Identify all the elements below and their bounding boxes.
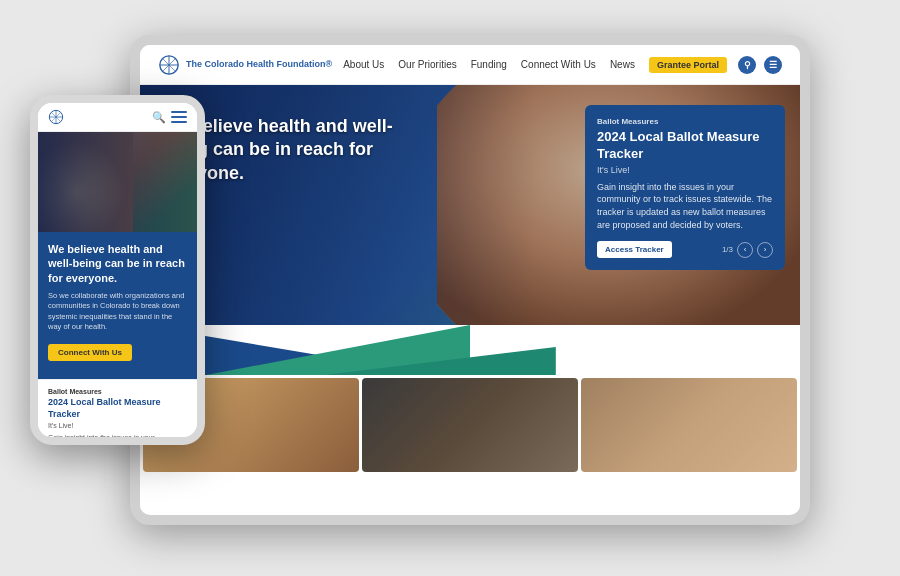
nav-connect[interactable]: Connect With Us [521, 59, 596, 70]
tablet-nav: The Colorado Health Foundation® About Us… [140, 45, 800, 85]
nav-news[interactable]: News [610, 59, 635, 70]
photo-2 [362, 378, 578, 472]
search-icon[interactable]: ⚲ [738, 56, 756, 74]
ballot-card: Ballot Measures 2024 Local Ballot Measur… [585, 105, 785, 270]
prev-arrow[interactable]: ‹ [737, 242, 753, 258]
phone-logo-icon [48, 109, 64, 125]
menu-icon[interactable]: ☰ [764, 56, 782, 74]
tablet-hero: We believe health and well-being can be … [140, 85, 800, 325]
phone-hero-overlay [38, 132, 197, 232]
grantee-portal-button[interactable]: Grantee Portal [649, 57, 727, 73]
nav-priorities[interactable]: Our Priorities [398, 59, 456, 70]
ballot-footer: Access Tracker 1/3 ‹ › [597, 241, 773, 258]
phone-nav-icons: 🔍 [152, 111, 187, 124]
phone-ballot-live: It's Live! [48, 422, 187, 429]
nav-funding[interactable]: Funding [471, 59, 507, 70]
ballot-tag: Ballot Measures [597, 117, 773, 126]
phone-hero-body: So we collaborate with organizations and… [48, 291, 187, 333]
phone-nav: 🔍 [38, 103, 197, 132]
phone-menu-icon[interactable] [171, 111, 187, 123]
tablet-nav-links: About Us Our Priorities Funding Connect … [343, 57, 727, 73]
geometric-shapes [140, 325, 800, 375]
ballot-title: 2024 Local Ballot Measure Tracker [597, 129, 773, 163]
tablet-device: The Colorado Health Foundation® About Us… [130, 35, 810, 525]
ballot-live: It's Live! [597, 165, 773, 175]
next-arrow[interactable]: › [757, 242, 773, 258]
scene: The Colorado Health Foundation® About Us… [0, 0, 900, 576]
tablet-logo: The Colorado Health Foundation® [158, 54, 332, 76]
nav-about[interactable]: About Us [343, 59, 384, 70]
phone-ballot-title: 2024 Local Ballot Measure Tracker [48, 397, 187, 420]
tablet-nav-icons: ⚲ ☰ [738, 56, 782, 74]
phone-ballot: Ballot Measures 2024 Local Ballot Measur… [38, 379, 197, 445]
phone-search-icon[interactable]: 🔍 [152, 111, 166, 124]
phone-content: We believe health and well-being can be … [38, 232, 197, 379]
phone-ballot-tag: Ballot Measures [48, 388, 187, 395]
logo-icon [158, 54, 180, 76]
phone-connect-button[interactable]: Connect With Us [48, 344, 132, 361]
photo-strip [140, 375, 800, 475]
ballot-navigation: 1/3 ‹ › [722, 242, 773, 258]
photo-3 [581, 378, 797, 472]
access-tracker-button[interactable]: Access Tracker [597, 241, 672, 258]
ballot-desc: Gain insight into the issues in your com… [597, 181, 773, 231]
phone-hero [38, 132, 197, 232]
ballot-page: 1/3 [722, 245, 733, 254]
phone-ballot-desc: Gain insight into the issues in your com… [48, 433, 187, 445]
phone-hero-title: We believe health and well-being can be … [48, 242, 187, 285]
logo-text: The Colorado Health Foundation® [186, 59, 332, 70]
phone-device: 🔍 We believe health and well-being can b… [30, 95, 205, 445]
